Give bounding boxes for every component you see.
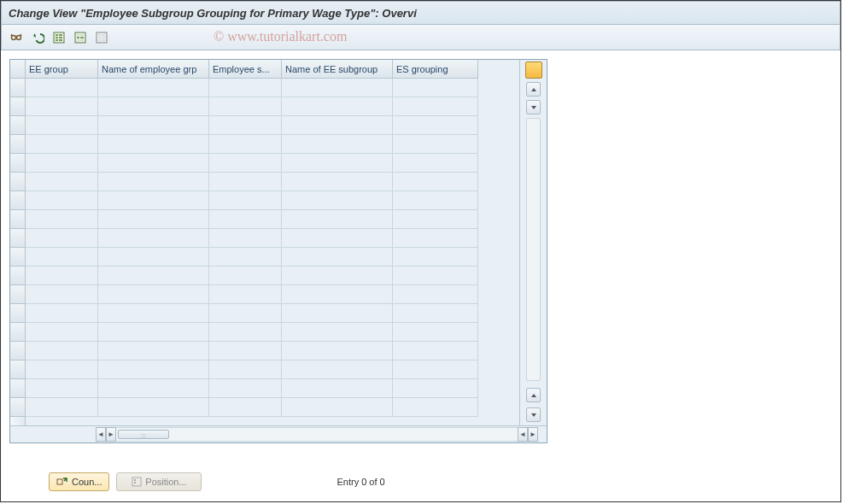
table-cell[interactable] [393,304,478,323]
table-cell[interactable] [209,229,282,248]
row-selector[interactable] [10,398,25,417]
table-cell[interactable] [393,191,478,210]
table-cell[interactable] [98,229,209,248]
scroll-up2-button[interactable] [526,388,541,402]
scroll-left-button[interactable]: ◄ [96,427,106,442]
table-cell[interactable] [26,323,98,342]
table-cell[interactable] [26,398,98,417]
table-cell[interactable] [98,398,209,417]
row-selector[interactable] [10,360,25,379]
table-cell[interactable] [26,342,98,360]
row-selector[interactable] [10,173,25,191]
horizontal-scrollbar[interactable]: ::: [116,427,518,442]
table-cell[interactable] [209,285,282,304]
row-selector[interactable] [10,379,25,398]
table-cell[interactable] [209,191,282,210]
table-cell[interactable] [26,79,98,97]
table-cell[interactable] [393,79,478,97]
table-cell[interactable] [209,97,282,116]
column-header-name-employee-grp[interactable]: Name of employee grp [98,60,209,79]
deselect-all-button[interactable] [92,28,111,47]
table-cell[interactable] [393,97,478,116]
table-cell[interactable] [26,285,98,304]
select-block-button[interactable] [71,28,90,47]
row-selector[interactable] [10,116,25,135]
table-row[interactable] [26,229,519,248]
table-cell[interactable] [98,379,209,398]
table-cell[interactable] [209,323,282,342]
table-cell[interactable] [282,267,393,285]
table-cell[interactable] [282,379,393,398]
table-row[interactable] [26,360,519,379]
table-cell[interactable] [209,116,282,135]
table-cell[interactable] [393,173,478,191]
table-cell[interactable] [26,97,98,116]
table-cell[interactable] [209,79,282,97]
table-cell[interactable] [282,79,393,97]
table-cell[interactable] [98,173,209,191]
row-selector[interactable] [10,191,25,210]
table-row[interactable] [26,210,519,229]
scroll-left2-button[interactable]: ◄ [518,427,528,442]
table-cell[interactable] [26,360,98,379]
table-row[interactable] [26,304,519,323]
row-selector[interactable] [10,304,25,323]
row-selector[interactable] [10,79,25,97]
table-row[interactable] [26,379,519,398]
table-cell[interactable] [98,116,209,135]
table-cell[interactable] [26,248,98,267]
table-cell[interactable] [282,304,393,323]
table-cell[interactable] [282,116,393,135]
horizontal-scroll-thumb[interactable]: ::: [118,430,169,439]
table-cell[interactable] [98,79,209,97]
table-cell[interactable] [209,154,282,173]
row-selector[interactable] [10,97,25,116]
table-cell[interactable] [282,285,393,304]
table-row[interactable] [26,248,519,267]
table-cell[interactable] [98,285,209,304]
table-cell[interactable] [26,379,98,398]
table-cell[interactable] [282,210,393,229]
position-button[interactable]: Position... [116,472,202,491]
table-cell[interactable] [282,229,393,248]
table-cell[interactable] [98,360,209,379]
table-cell[interactable] [393,398,478,417]
table-cell[interactable] [26,229,98,248]
row-selector[interactable] [10,323,25,342]
table-row[interactable] [26,285,519,304]
scroll-right-button[interactable]: ► [106,427,116,442]
vertical-scrollbar[interactable] [526,118,541,381]
table-row[interactable] [26,79,519,97]
table-cell[interactable] [393,135,478,154]
table-row[interactable] [26,323,519,342]
table-cell[interactable] [282,135,393,154]
table-cell[interactable] [98,154,209,173]
table-cell[interactable] [209,304,282,323]
table-cell[interactable] [98,304,209,323]
table-cell[interactable] [98,267,209,285]
column-header-employee-s[interactable]: Employee s... [209,60,282,79]
table-cell[interactable] [26,154,98,173]
table-cell[interactable] [282,97,393,116]
column-header-es-grouping[interactable]: ES grouping [393,60,478,79]
table-cell[interactable] [98,323,209,342]
table-cell[interactable] [209,210,282,229]
row-selector-header[interactable] [10,60,25,79]
table-row[interactable] [26,342,519,360]
column-header-ee-group[interactable]: EE group [26,60,98,79]
table-cell[interactable] [282,360,393,379]
table-cell[interactable] [98,135,209,154]
table-cell[interactable] [393,342,478,360]
table-cell[interactable] [209,173,282,191]
scroll-down-button[interactable] [526,100,541,114]
table-cell[interactable] [26,191,98,210]
table-cell[interactable] [393,323,478,342]
table-row[interactable] [26,267,519,285]
table-row[interactable] [26,173,519,191]
table-cell[interactable] [98,342,209,360]
table-cell[interactable] [209,398,282,417]
display-change-button[interactable] [7,28,26,47]
table-row[interactable] [26,116,519,135]
table-cell[interactable] [282,173,393,191]
table-settings-button[interactable] [525,62,542,79]
